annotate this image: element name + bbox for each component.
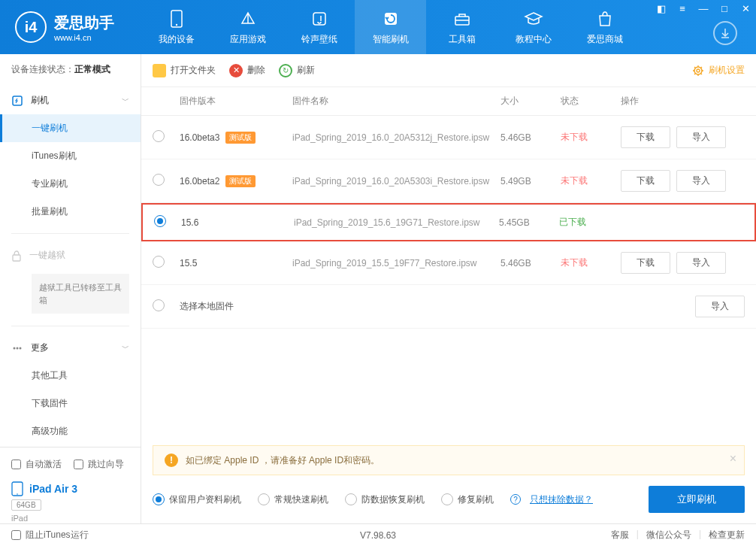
nav-store[interactable]: 爱思商城 xyxy=(569,0,640,54)
refresh-button[interactable]: ↻ 刷新 xyxy=(279,64,315,77)
row-radio[interactable] xyxy=(153,299,165,311)
erase-data-link[interactable]: 只想抹除数据？ xyxy=(530,493,593,506)
device-name: iPad Air 3 xyxy=(29,483,77,495)
firmware-status: 未下载 xyxy=(561,131,621,144)
sidebar-item-advanced[interactable]: 高级功能 xyxy=(0,417,141,445)
beta-tag: 测试版 xyxy=(225,132,256,144)
firmware-row[interactable]: 15.6 iPad_Spring_2019_15.6_19G71_Restore… xyxy=(141,203,756,241)
ipad-icon xyxy=(11,481,23,496)
close-banner-button[interactable]: × xyxy=(730,452,736,466)
nav-tutorials[interactable]: 教程中心 xyxy=(497,0,569,54)
row-radio[interactable] xyxy=(153,256,165,268)
svg-point-9 xyxy=(20,347,22,349)
open-folder-button[interactable]: 打开文件夹 xyxy=(153,64,216,77)
row-radio[interactable] xyxy=(154,215,166,227)
sidebar-item-itunes[interactable]: iTunes刷机 xyxy=(0,142,141,170)
row-radio[interactable] xyxy=(153,174,165,186)
sidebar-item-pro[interactable]: 专业刷机 xyxy=(0,170,141,198)
nav-label: 我的设备 xyxy=(159,33,195,46)
footer-link-wechat[interactable]: 微信公众号 xyxy=(646,529,691,541)
import-button[interactable]: 导入 xyxy=(676,126,726,148)
checkbox-label: 自动激活 xyxy=(26,458,62,471)
folder-icon xyxy=(153,64,166,77)
flash-now-button[interactable]: 立即刷机 xyxy=(649,486,745,513)
svg-point-1 xyxy=(175,23,177,25)
bag-icon xyxy=(595,9,615,29)
status-label: 设备连接状态： xyxy=(11,64,74,74)
option-keep-data[interactable]: 保留用户资料刷机 xyxy=(153,493,241,506)
nav-toolbox[interactable]: 工具箱 xyxy=(426,0,497,54)
app-header: i4 爱思助手 www.i4.cn 我的设备 应用游戏 铃声壁纸 智能刷机 工具… xyxy=(0,0,756,54)
download-button[interactable]: 下载 xyxy=(621,170,670,192)
delete-icon: ✕ xyxy=(229,64,243,77)
svg-point-13 xyxy=(697,69,700,72)
nav-label: 铃声壁纸 xyxy=(301,33,337,46)
option-label: 修复刷机 xyxy=(458,493,494,506)
flash-settings-button[interactable]: 刷机设置 xyxy=(692,64,745,77)
graduate-icon xyxy=(524,9,543,29)
content: 打开文件夹 ✕ 删除 ↻ 刷新 刷机设置 固件版本 固件名称 大小 状态 操作 xyxy=(141,54,756,523)
import-button[interactable]: 导入 xyxy=(676,170,726,192)
maximize-icon[interactable]: □ xyxy=(714,0,735,17)
firmware-row[interactable]: 16.0beta2测试版 iPad_Spring_2019_16.0_20A53… xyxy=(141,159,756,203)
menu-icon[interactable]: ≡ xyxy=(672,0,693,17)
firmware-row[interactable]: 16.0beta3测试版 iPad_Spring_2019_16.0_20A53… xyxy=(141,116,756,159)
import-button[interactable]: 导入 xyxy=(676,252,726,274)
nav-label: 智能刷机 xyxy=(373,33,409,46)
window-controls: ◧ ≡ — □ ✕ xyxy=(651,0,756,17)
firmware-status: 未下载 xyxy=(561,256,621,269)
minimize-icon[interactable]: — xyxy=(693,0,714,17)
close-icon[interactable]: ✕ xyxy=(735,0,756,17)
apps-icon xyxy=(238,9,258,29)
brand-sub: www.i4.cn xyxy=(54,33,114,42)
flash-options: 保留用户资料刷机 常规快速刷机 防数据恢复刷机 修复刷机 ? 只想抹除数据？ 立… xyxy=(141,475,756,523)
skin-icon[interactable]: ◧ xyxy=(651,0,672,17)
button-label: 刷新 xyxy=(297,64,315,77)
auto-activate-checkbox[interactable]: 自动激活 跳过向导 xyxy=(11,455,129,474)
option-label: 保留用户资料刷机 xyxy=(169,493,241,506)
import-button[interactable]: 导入 xyxy=(695,296,745,317)
checkbox-label: 阻止iTunes运行 xyxy=(26,529,89,541)
option-label: 常规快速刷机 xyxy=(274,493,328,506)
header-status: 状态 xyxy=(561,95,621,108)
version-label: V7.98.63 xyxy=(360,530,396,541)
logo-icon: i4 xyxy=(15,11,47,43)
nav-my-device[interactable]: 我的设备 xyxy=(141,0,212,54)
option-repair[interactable]: 修复刷机 xyxy=(441,493,494,506)
help-icon[interactable]: ? xyxy=(510,494,521,505)
block-itunes-checkbox[interactable]: 阻止iTunes运行 xyxy=(11,526,89,544)
local-firmware-row[interactable]: 选择本地固件 导入 xyxy=(141,285,756,329)
sidebar-flash-group[interactable]: 刷机 ﹀ xyxy=(0,86,141,114)
sidebar-more-group[interactable]: 更多 ﹀ xyxy=(0,334,141,362)
download-button[interactable]: 下载 xyxy=(621,126,670,148)
sidebar-item-other[interactable]: 其他工具 xyxy=(0,362,141,390)
delete-button[interactable]: ✕ 删除 xyxy=(229,64,265,77)
footer: 阻止iTunes运行 V7.98.63 客服 | 微信公众号 | 检查更新 xyxy=(0,523,756,546)
footer-link-support[interactable]: 客服 xyxy=(611,529,629,541)
option-anti-recovery[interactable]: 防数据恢复刷机 xyxy=(345,493,425,506)
option-normal[interactable]: 常规快速刷机 xyxy=(258,493,328,506)
nav-apps[interactable]: 应用游戏 xyxy=(212,0,283,54)
svg-point-11 xyxy=(17,493,18,495)
footer-link-update[interactable]: 检查更新 xyxy=(709,529,745,541)
sidebar-header-label: 一键越狱 xyxy=(29,249,65,262)
top-nav: 我的设备 应用游戏 铃声壁纸 智能刷机 工具箱 教程中心 爱思商城 xyxy=(141,0,640,54)
more-icon xyxy=(11,342,23,354)
sidebar-item-download-fw[interactable]: 下载固件 xyxy=(0,390,141,417)
nav-ringtones[interactable]: 铃声壁纸 xyxy=(283,0,355,54)
nav-smart-flash[interactable]: 智能刷机 xyxy=(355,0,426,54)
firmware-row[interactable]: 15.5 iPad_Spring_2019_15.5_19F77_Restore… xyxy=(141,241,756,285)
sidebar-header-label: 刷机 xyxy=(31,94,49,107)
checkbox-label: 跳过向导 xyxy=(88,458,124,471)
sidebar-item-batch[interactable]: 批量刷机 xyxy=(0,198,141,226)
firmware-name: iPad_Spring_2019_16.0_20A5312j_Restore.i… xyxy=(292,132,500,143)
download-manager-icon[interactable] xyxy=(713,21,737,45)
gear-icon xyxy=(692,65,704,77)
row-radio[interactable] xyxy=(153,130,165,142)
download-button[interactable]: 下载 xyxy=(621,252,670,274)
chevron-down-icon: ﹀ xyxy=(122,343,129,353)
firmware-status: 未下载 xyxy=(561,174,621,187)
header-version: 固件版本 xyxy=(180,95,292,108)
firmware-name: iPad_Spring_2019_15.6_19G71_Restore.ipsw xyxy=(294,217,499,228)
sidebar-item-oneclick[interactable]: 一键刷机 xyxy=(0,114,141,142)
